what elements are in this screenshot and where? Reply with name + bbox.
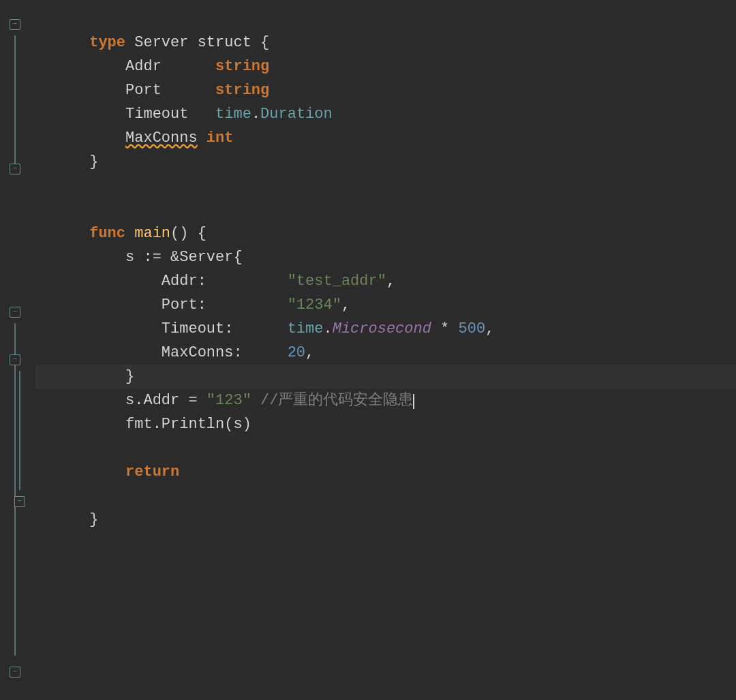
code-line-1: type Server struct {: [35, 7, 736, 31]
fold-func-close[interactable]: −: [10, 667, 20, 678]
type-int-1: int: [206, 130, 234, 147]
type-duration: Duration: [260, 106, 333, 123]
fold-struct-open[interactable]: −: [10, 19, 20, 30]
type-string-1: string: [215, 58, 269, 75]
type-string-2: string: [215, 82, 269, 99]
num-20: 20: [288, 344, 305, 361]
field-maxconns: MaxConns: [125, 130, 198, 147]
func-fold-line: [14, 323, 16, 656]
fold-server-open[interactable]: −: [10, 354, 20, 365]
code-line-16: s.Addr = "123" //严重的代码安全隐患: [35, 365, 736, 389]
code-editor: − − − − − − type Server struct { Addr st…: [0, 0, 736, 700]
code-main: type Server struct { Addr string Port st…: [30, 7, 736, 693]
struct-fold-line: [14, 35, 16, 168]
empty-line-1: [35, 150, 736, 174]
fold-server-close[interactable]: −: [14, 496, 25, 507]
code-line-9: func main() {: [35, 198, 736, 222]
pkg-time-1: time: [215, 106, 251, 123]
func-name-main: main: [134, 225, 170, 242]
const-microsecond: Microsecond: [333, 320, 431, 337]
text-cursor: [413, 394, 414, 409]
code-line-19: return: [35, 436, 736, 460]
str-1234: "1234": [288, 296, 341, 314]
comment-security: //严重的代码安全隐患: [260, 392, 413, 409]
server-inner-fold-line: [19, 371, 20, 490]
fold-struct-close[interactable]: −: [10, 164, 20, 174]
str-123: "123": [206, 392, 251, 409]
empty-line-2: [35, 174, 736, 198]
keyword-type: type: [89, 34, 125, 51]
keyword-func: func: [89, 225, 125, 242]
keyword-return: return: [125, 463, 179, 481]
fold-func-open[interactable]: −: [10, 307, 20, 318]
code-line-21: }: [35, 484, 736, 508]
pkg-time-2: time: [288, 320, 324, 337]
num-500: 500: [459, 320, 486, 337]
str-test-addr: "test_addr": [288, 273, 386, 290]
code-gutter: − − − − − −: [0, 7, 30, 693]
